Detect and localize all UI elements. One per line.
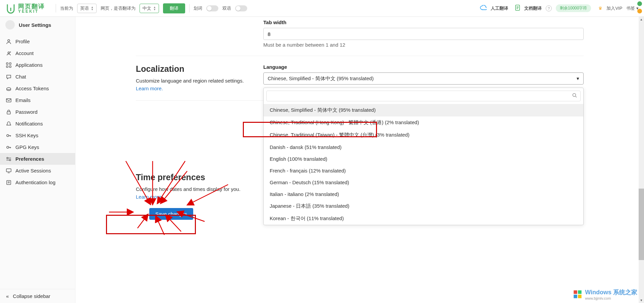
language-select[interactable]: Chinese, Simplified - 简体中文 (95% translat… (263, 72, 584, 85)
account-icon (6, 51, 11, 56)
language-option[interactable]: Chinese, Simplified - 简体中文 (95% translat… (264, 104, 583, 116)
svg-point-1 (8, 40, 10, 42)
status-dot-orange[interactable] (637, 9, 642, 13)
help-icon[interactable]: ? (546, 5, 552, 11)
yeekit-logo: 网页翻译 YEEKIT (5, 3, 45, 14)
time-desc: Configure how dates and times display fo… (136, 186, 240, 192)
sidebar-item-emails[interactable]: Emails (0, 94, 75, 106)
svg-point-12 (7, 146, 9, 148)
svg-point-11 (7, 135, 9, 137)
language-option[interactable]: Japanese - 日本語 (35% translated) (264, 200, 583, 212)
svg-line-23 (576, 96, 577, 97)
svg-rect-35 (578, 290, 582, 294)
label-current: 当前为 (60, 5, 73, 11)
translation-toolbar: 网页翻译 YEEKIT 当前为 英语▲▼ 网页，是否翻译为 中文▲▼ 翻译 划词… (0, 0, 644, 17)
bookmarks-link[interactable]: 书签 ▾ (626, 5, 639, 11)
sidebar-item-label: Preferences (15, 156, 44, 162)
chat-icon (6, 74, 11, 80)
svg-rect-34 (574, 290, 577, 294)
svg-point-15 (9, 159, 11, 161)
language-label: Language (263, 64, 584, 70)
language-option[interactable]: French - français (12% translated) (264, 165, 583, 176)
scroll-down-arrow[interactable]: ▼ (639, 298, 644, 303)
avatar[interactable] (5, 20, 15, 30)
chevron-down-icon: ▾ (577, 75, 579, 82)
svg-rect-4 (6, 63, 8, 64)
collapse-icon: « (6, 293, 9, 299)
language-dropdown: Chinese, Simplified - 简体中文 (95% translat… (263, 88, 584, 225)
windows-icon (573, 290, 582, 299)
sidebar-item-gpg[interactable]: GPG Keys (0, 141, 75, 153)
sidebar-item-label: Active Sessions (15, 168, 51, 173)
localization-desc: Customize language and region related se… (136, 78, 244, 84)
sidebar-item-label: Notifications (15, 121, 43, 127)
watermark: Windows 系统之家 www.bjjmlv.com (573, 288, 637, 300)
sidebar-item-account[interactable]: Account (0, 47, 75, 59)
label-translate-to: 网页，是否翻译为 (101, 5, 136, 11)
svg-rect-6 (6, 66, 8, 67)
collapse-sidebar[interactable]: « Collapse sidebar (0, 289, 75, 303)
logo-text-cn: 网页翻译 (18, 3, 45, 9)
svg-rect-9 (6, 99, 11, 102)
svg-rect-17 (6, 169, 11, 172)
translate-button[interactable]: 翻译 (163, 3, 185, 13)
human-translate-link[interactable]: 人工翻译 (491, 5, 508, 11)
language-option[interactable]: German - Deutsch (15% translated) (264, 176, 583, 188)
logo-text-en: YEEKIT (18, 9, 45, 13)
sidebar-item-notify[interactable]: Notifications (0, 118, 75, 130)
source-lang-select[interactable]: 英语▲▼ (77, 4, 97, 13)
save-changes-button[interactable]: Save changes (149, 208, 193, 220)
doc-translate-link[interactable]: 文档翻译 (524, 5, 542, 11)
join-vip-link[interactable]: 加入VIP (606, 5, 622, 11)
svg-rect-36 (574, 295, 577, 298)
svg-point-22 (573, 94, 576, 97)
emails-icon (6, 98, 11, 103)
sidebar-item-apps[interactable]: Applications (0, 59, 75, 71)
scroll-up-arrow[interactable]: ▲ (639, 17, 644, 22)
target-lang-select[interactable]: 中文▲▼ (140, 4, 159, 13)
language-option[interactable]: Danish - dansk (51% translated) (264, 141, 583, 153)
profile-icon (6, 39, 11, 44)
sidebar-item-profile[interactable]: Profile (0, 36, 75, 47)
tabwidth-input[interactable] (263, 28, 584, 40)
bilingual-toggle[interactable] (235, 5, 247, 11)
token-icon (6, 86, 11, 91)
language-option[interactable]: Chinese, Traditional (Hong Kong) - 繁體中文 … (264, 116, 583, 129)
localization-learn-more[interactable]: Learn more. (136, 86, 163, 91)
prefs-icon (6, 156, 11, 162)
sidebar-item-auth[interactable]: Authentication log (0, 176, 75, 188)
chars-remaining-badge[interactable]: 剩余10000字符 (556, 4, 591, 12)
sidebar-item-label: Applications (15, 62, 43, 68)
language-option[interactable]: Chinese, Traditional (Taiwan) - 繁體中文 (台灣… (264, 129, 583, 141)
language-option[interactable]: English (100% translated) (264, 153, 583, 165)
sidebar-item-label: Authentication log (15, 180, 55, 185)
page-scrollbar[interactable]: ▲ ▼ (639, 17, 644, 303)
sidebar-item-chat[interactable]: Chat (0, 71, 75, 83)
label-bilingual: 双语 (222, 5, 231, 11)
crown-icon: ♛ (598, 6, 602, 11)
sidebar-item-sessions[interactable]: Active Sessions (0, 165, 75, 176)
ssh-icon (6, 133, 11, 138)
sidebar-item-label: Profile (15, 39, 30, 44)
time-learn-more[interactable]: Learn more. (136, 194, 163, 200)
svg-rect-7 (9, 66, 11, 67)
sidebar-item-ssh[interactable]: SSH Keys (0, 130, 75, 141)
wordsel-toggle[interactable] (206, 5, 218, 11)
language-search-input[interactable] (270, 93, 572, 99)
sidebar-item-label: Account (15, 50, 34, 56)
svg-rect-37 (578, 295, 582, 298)
sidebar-item-label: Emails (15, 97, 31, 103)
status-dot-green[interactable] (637, 1, 642, 6)
sidebar-item-password[interactable]: Password (0, 106, 75, 118)
gpg-icon (6, 145, 11, 150)
language-option[interactable]: Korean - 한국어 (11% translated) (264, 212, 583, 225)
password-icon (6, 109, 11, 115)
tabwidth-label: Tab width (263, 19, 584, 25)
sidebar-item-label: SSH Keys (15, 133, 38, 138)
language-option[interactable]: Italian - italiano (2% translated) (264, 188, 583, 200)
svg-rect-5 (9, 63, 11, 64)
sidebar-item-token[interactable]: Access Tokens (0, 83, 75, 94)
label-wordsel: 划词 (194, 5, 202, 11)
svg-point-13 (7, 157, 8, 159)
sidebar-item-prefs[interactable]: Preferences (0, 153, 75, 165)
